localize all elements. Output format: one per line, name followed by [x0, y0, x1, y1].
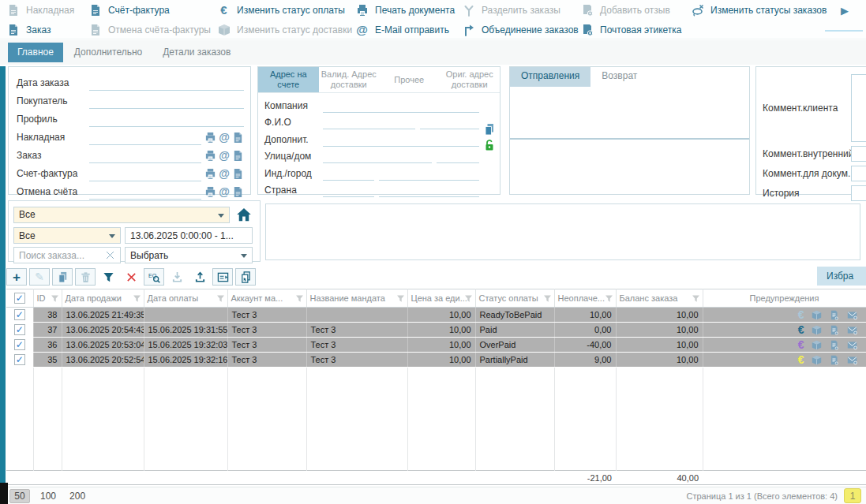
home-button[interactable]	[234, 205, 254, 224]
tab-valid-shipping-address[interactable]: Валид. Адрес доставки	[319, 67, 380, 92]
city-field[interactable]	[379, 166, 479, 181]
toolbar-print-document-button[interactable]: Печать документа	[355, 1, 462, 20]
toolbar-postal-label-button[interactable]: Почтовая этикетка	[580, 21, 691, 39]
tab-shipments[interactable]: Отправления	[510, 67, 590, 87]
column-filter-icon[interactable]	[692, 294, 700, 303]
print-icon[interactable]	[204, 186, 216, 198]
euro-warning-icon[interactable]: €	[798, 354, 804, 365]
tab-original-shipping-address[interactable]: Ориг. адрес доставки	[440, 67, 500, 92]
copy-list-button[interactable]	[235, 268, 256, 286]
invoice-cancel-field[interactable]	[89, 185, 201, 200]
print-icon[interactable]	[204, 132, 216, 144]
type-filter-select[interactable]: Все	[13, 227, 121, 244]
select-all-checkbox[interactable]: ✓	[14, 293, 25, 304]
header-pay-status[interactable]: Статус оплаты	[475, 289, 554, 308]
package-warning-icon[interactable]	[812, 325, 822, 335]
clear-filter-button[interactable]	[121, 268, 141, 286]
toolbar-overflow-button[interactable]: ▶	[833, 5, 857, 17]
edit-button[interactable]: ✎	[29, 268, 50, 286]
select-filter-select[interactable]: Выбрать	[125, 247, 253, 263]
copy-address-icon[interactable]	[483, 123, 496, 136]
email-icon[interactable]: @	[219, 186, 230, 198]
delivery-note-field[interactable]	[89, 131, 201, 145]
document-warning-icon[interactable]	[829, 325, 839, 335]
import-button[interactable]	[167, 268, 187, 286]
row-checkbox[interactable]: ✓	[14, 324, 25, 335]
profile-field[interactable]	[89, 113, 244, 127]
email-icon[interactable]: @	[219, 150, 230, 162]
search-builder-button[interactable]	[144, 268, 164, 286]
document-icon[interactable]	[232, 132, 244, 144]
page-size-50[interactable]: 50	[9, 489, 30, 503]
header-account[interactable]: Аккаунт ма...	[227, 289, 306, 308]
internal-comment-field[interactable]	[851, 146, 866, 162]
detail-view-button[interactable]	[212, 268, 233, 286]
toolbar-order-button[interactable]: Заказ	[6, 21, 88, 39]
tab-returns[interactable]: Возврат	[590, 67, 648, 87]
toolbar-invoice-note-button[interactable]: Накладная	[6, 1, 88, 20]
package-warning-icon[interactable]	[812, 310, 822, 320]
header-balance[interactable]: Баланс заказа	[616, 289, 703, 308]
clear-search-icon[interactable]	[105, 250, 115, 260]
toolbar-split-orders-button[interactable]: Разделить заказы	[462, 1, 580, 20]
column-filter-icon[interactable]	[216, 294, 225, 303]
zip-field[interactable]	[323, 166, 374, 181]
mail-warning-icon[interactable]	[846, 310, 858, 320]
order-field[interactable]	[89, 149, 201, 163]
package-warning-icon[interactable]	[812, 355, 822, 365]
header-unit-price[interactable]: Цена за еди...	[407, 289, 475, 308]
date-range-input[interactable]	[125, 227, 253, 244]
lastname-field[interactable]	[420, 115, 479, 129]
toolbar-add-review-button[interactable]: Добавить отзыв	[580, 1, 691, 20]
order-search-field[interactable]	[19, 250, 105, 261]
row-checkbox[interactable]: ✓	[14, 354, 25, 365]
status-filter-select[interactable]: Все	[13, 207, 230, 223]
unlock-icon[interactable]	[483, 139, 496, 151]
company-field[interactable]	[323, 99, 479, 113]
mail-warning-icon[interactable]	[846, 340, 858, 350]
table-row[interactable]: ✓ 36 13.06.2025 20:53:04 15.06.2025 19:3…	[6, 338, 866, 353]
toolbar-invoice-button[interactable]: Счёт-фактура	[88, 1, 217, 20]
email-icon[interactable]: @	[219, 132, 230, 144]
document-icon[interactable]	[232, 168, 244, 180]
house-field[interactable]	[437, 149, 479, 163]
toolbar-change-pay-status-button[interactable]: € Изменить статус оплаты	[217, 1, 355, 20]
header-mandate[interactable]: Название мандата	[306, 289, 407, 308]
toolbar-change-ship-status-button[interactable]: Изменить статус доставки	[217, 21, 355, 39]
document-warning-icon[interactable]	[829, 340, 839, 350]
header-pay-date[interactable]: Дата оплаты	[144, 289, 227, 308]
page-size-200[interactable]: 200	[66, 489, 88, 503]
date-range-value[interactable]	[130, 230, 247, 241]
order-search-input[interactable]	[13, 247, 121, 263]
header-unpaid[interactable]: Неоплаче...	[554, 289, 616, 308]
column-filter-icon[interactable]	[543, 294, 552, 303]
document-icon[interactable]	[232, 186, 244, 198]
toolbar-invoice-cancel-button[interactable]: Отмена счёта-фактуры	[88, 21, 217, 39]
mail-warning-icon[interactable]	[846, 355, 858, 365]
table-row[interactable]: ✓ 38 13.06.2025 21:49:35 Тест 3 10,00 Re…	[6, 308, 866, 323]
country-field[interactable]	[379, 183, 479, 197]
street-field[interactable]	[323, 149, 432, 163]
header-id[interactable]: ID	[33, 289, 62, 308]
page-size-100[interactable]: 100	[37, 489, 59, 503]
export-button[interactable]	[189, 268, 210, 286]
row-checkbox[interactable]: ✓	[14, 309, 25, 320]
header-sale-date[interactable]: Дата продажи	[62, 289, 144, 308]
toolbar-merge-orders-button[interactable]: Объединение заказов	[462, 21, 580, 39]
column-filter-icon[interactable]	[51, 294, 59, 303]
column-filter-icon[interactable]	[396, 294, 405, 303]
column-filter-icon[interactable]	[133, 294, 141, 303]
euro-warning-icon[interactable]: €	[798, 339, 804, 350]
header-warnings[interactable]: Предупреждения	[703, 289, 866, 308]
tab-additional[interactable]: Дополнительно	[65, 43, 152, 62]
country-code-field[interactable]	[323, 183, 374, 197]
left-splitter[interactable]	[0, 66, 6, 483]
history-field[interactable]	[851, 185, 866, 201]
table-row[interactable]: ✓ 37 13.06.2025 20:54:43 15.06.2025 19:3…	[6, 323, 866, 338]
print-icon[interactable]	[204, 168, 216, 180]
delete-button[interactable]	[75, 268, 96, 286]
tab-other[interactable]: Прочее	[379, 67, 440, 92]
invoice-field[interactable]	[89, 167, 201, 181]
firstname-field[interactable]	[323, 115, 415, 129]
euro-warning-icon[interactable]: €	[798, 309, 804, 320]
